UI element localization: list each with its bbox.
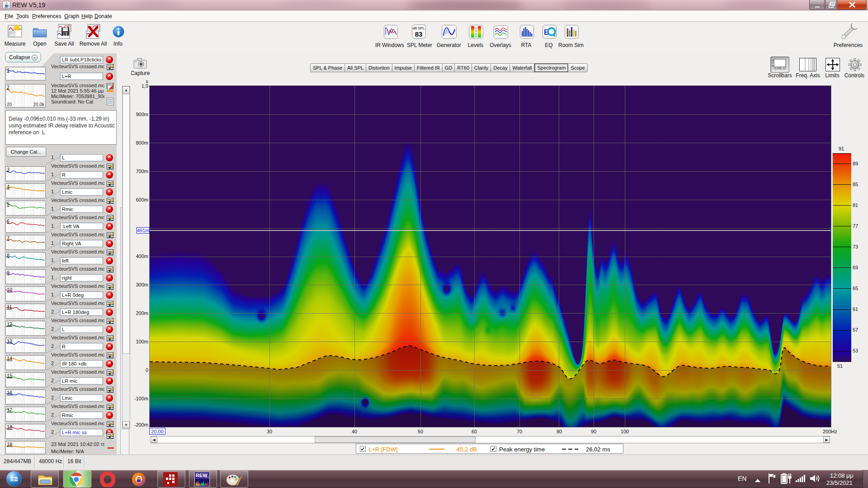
- svg-text:V5.1: V5.1: [205, 476, 210, 479]
- svg-text:dB SPL: dB SPL: [412, 26, 425, 30]
- svg-text:83: 83: [415, 30, 423, 38]
